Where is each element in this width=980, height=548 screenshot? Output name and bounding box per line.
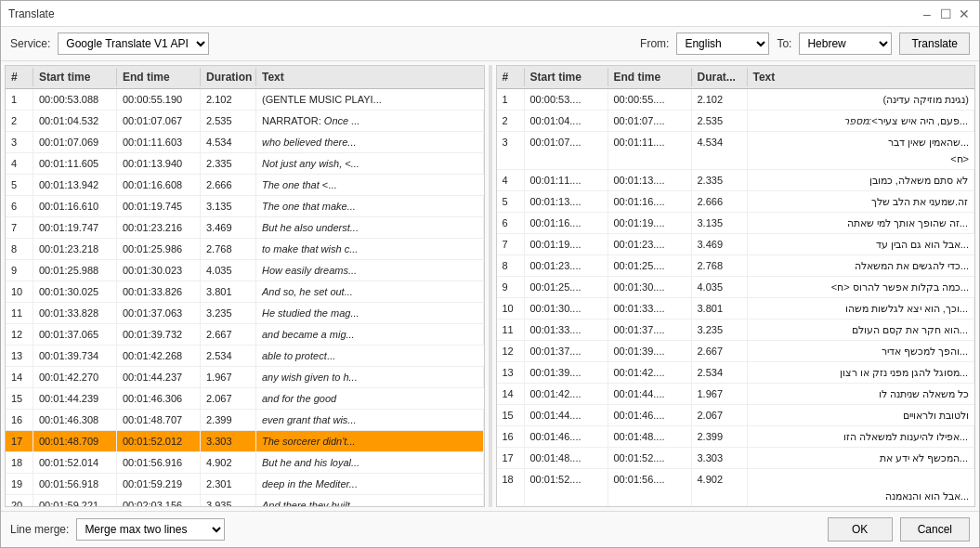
cell-dur: 2.535 [201,111,256,131]
cell-num: 15 [6,388,33,409]
cell-dur: 3.135 [201,196,256,216]
right-panel: # Start time End time Durat... Text 1 00… [496,65,976,507]
table-row[interactable]: 18 00:01:52.... 00:01:56.... 4.902 ...אב… [497,469,975,506]
table-row[interactable]: 2 00:01:04.... 00:01:07.... 2.535 ...פעם… [497,111,975,132]
left-col-num: # [6,68,33,86]
cell-dur: 1.967 [692,384,748,404]
cell-num: 13 [497,362,525,383]
minimize-button[interactable]: – [920,7,934,21]
cell-text: ...כמה בקלות אפשר להרוס <ח> [748,277,975,297]
table-row[interactable]: 14 00:01:42.270 00:01:44.237 1.967 any w… [6,367,484,388]
table-row[interactable]: 16 00:01:46.308 00:01:48.707 2.399 even … [6,410,484,431]
cell-text: ...וכך, הוא יצא לגלשות משהו [748,298,975,319]
cell-end: 00:01:30.... [608,277,692,297]
cell-start: 00:01:44.239 [33,388,117,409]
cell-start: 00:01:44.... [525,405,608,425]
table-row[interactable]: 11 00:01:33.828 00:01:37.063 3.235 He st… [6,303,484,324]
cell-start: 00:01:07.... [525,132,608,169]
table-row[interactable]: 15 00:01:44.... 00:01:46.... 2.067 ולטוב… [497,405,975,426]
table-row[interactable]: 19 00:01:56.918 00:01:59.219 2.301 deep … [6,474,484,495]
cell-text: The one that <... [256,175,484,195]
table-row[interactable]: 7 00:01:19.747 00:01:23.216 3.469 But he… [6,217,484,239]
table-row[interactable]: 3 00:01:07.069 00:01:11.603 4.534 who be… [6,132,484,153]
cell-end: 00:00:55.... [608,89,692,110]
table-row[interactable]: 6 00:01:16.... 00:01:19.... 3.135 ...זה … [497,213,975,234]
title-bar: Translate – ☐ ✕ [1,1,979,27]
cell-dur: 2.666 [201,175,256,195]
table-row[interactable]: 10 00:01:30.... 00:01:33.... 3.801 ...וכ… [497,298,975,320]
cell-dur: 3.135 [692,213,748,233]
right-col-end: End time [608,68,692,86]
table-row[interactable]: 9 00:01:25.... 00:01:30.... 4.035 ...כמה… [497,277,975,298]
cell-text: Not just any wish, <... [256,153,484,174]
cell-num: 1 [6,89,33,110]
table-row[interactable]: 1 00:00:53.... 00:00:55.... 2.102 (נגינת… [497,89,975,111]
table-row[interactable]: 13 00:01:39.734 00:01:42.268 2.534 able … [6,346,484,367]
table-row[interactable]: 10 00:01:30.025 00:01:33.826 3.801 And s… [6,281,484,303]
cell-start: 00:01:16.... [525,213,608,233]
service-label: Service: [10,37,50,50]
cell-start: 00:01:37.065 [33,324,117,345]
table-row[interactable]: 14 00:01:42.... 00:01:44.... 1.967 כל מש… [497,384,975,405]
cell-end: 00:01:33.... [608,298,692,319]
right-table-body[interactable]: 1 00:00:53.... 00:00:55.... 2.102 (נגינת… [497,89,975,506]
cell-start: 00:01:16.610 [33,196,117,216]
table-row[interactable]: 13 00:01:39.... 00:01:42.... 2.534 ...מס… [497,362,975,384]
table-row[interactable]: 8 00:01:23.... 00:01:25.... 2.768 ...כדי… [497,255,975,277]
cell-end: 00:01:23.216 [117,217,201,238]
cell-end: 00:01:33.826 [117,281,201,302]
cell-text: deep in the Mediter... [256,474,484,494]
left-table-body[interactable]: 1 00:00:53.088 00:00:55.190 2.102 (GENTL… [6,89,484,506]
from-select[interactable]: English [676,33,769,55]
table-row[interactable]: 9 00:01:25.988 00:01:30.023 4.035 How ea… [6,260,484,281]
cell-num: 15 [497,405,525,425]
cell-start: 00:01:13.942 [33,175,117,195]
table-row[interactable]: 15 00:01:44.239 00:01:46.306 2.067 and f… [6,388,484,410]
cell-dur: 3.303 [201,431,256,451]
close-button[interactable]: ✕ [957,7,972,21]
table-row[interactable]: 17 00:01:48.709 00:01:52.012 3.303 The s… [6,431,484,452]
cell-start: 00:01:39.734 [33,346,117,366]
service-select[interactable]: Google Translate V1 API [58,33,209,55]
table-row[interactable]: 3 00:01:07.... 00:01:11.... 4.534 ...שהא… [497,132,975,170]
table-row[interactable]: 8 00:01:23.218 00:01:25.986 2.768 to mak… [6,239,484,260]
table-row[interactable]: 18 00:01:52.014 00:01:56.916 4.902 But h… [6,452,484,474]
to-select[interactable]: Hebrew [799,33,892,55]
translate-button[interactable]: Translate [899,33,970,55]
cell-end: 00:01:42.... [608,362,692,383]
cell-dur: 3.469 [201,217,256,238]
cell-start: 00:01:04.532 [33,111,117,131]
cell-text: זה.שמעני את הלב שלך [748,191,975,212]
table-row[interactable]: 12 00:01:37.065 00:01:39.732 2.667 and b… [6,324,484,346]
cell-dur: 4.035 [692,277,748,297]
table-row[interactable]: 7 00:01:19.... 00:01:23.... 3.469 ...אבל… [497,234,975,255]
table-row[interactable]: 12 00:01:37.... 00:01:39.... 2.667 ...וה… [497,341,975,362]
cell-end: 00:01:25.986 [117,239,201,259]
table-row[interactable]: 6 00:01:16.610 00:01:19.745 3.135 The on… [6,196,484,217]
table-row[interactable]: 2 00:01:04.532 00:01:07.067 2.535 NARRAT… [6,111,484,132]
cell-text: ...זה שהופך אותך למי שאתה [748,213,975,233]
cell-start: 00:01:25.988 [33,260,117,281]
table-row[interactable]: 4 00:01:11.605 00:01:13.940 2.335 Not ju… [6,153,484,175]
cell-end: 00:01:13.940 [117,153,201,174]
table-row[interactable]: 20 00:01:59.221 00:02:03.156 3.935 And t… [6,495,484,506]
cell-dur: 2.534 [201,346,256,366]
cell-text: ...אפילו להיענות למשאלה הזו [748,426,975,447]
table-row[interactable]: 4 00:01:11.... 00:01:13.... 2.335 לא סתם… [497,170,975,191]
cell-text: But he also underst... [256,217,484,238]
left-table-header: # Start time End time Duration Text [6,66,484,89]
cell-start: 00:01:11.605 [33,153,117,174]
cell-num: 8 [497,255,525,276]
line-merge-select[interactable]: Merge max two lines [76,518,225,541]
cell-end: 00:01:39.... [608,341,692,361]
table-row[interactable]: 16 00:01:46.... 00:01:48.... 2.399 ...אפ… [497,426,975,448]
table-row[interactable]: 5 00:01:13.... 00:01:16.... 2.666 זה.שמע… [497,191,975,213]
table-row[interactable]: 1 00:00:53.088 00:00:55.190 2.102 (GENTL… [6,89,484,111]
ok-button[interactable]: OK [828,517,893,541]
table-row[interactable]: 17 00:01:48.... 00:01:52.... 3.303 ...המ… [497,448,975,469]
maximize-button[interactable]: ☐ [938,7,953,21]
cancel-button[interactable]: Cancel [900,517,970,541]
cell-end: 00:01:30.023 [117,260,201,281]
table-row[interactable]: 5 00:01:13.942 00:01:16.608 2.666 The on… [6,175,484,196]
table-row[interactable]: 11 00:01:33.... 00:01:37.... 3.235 ...הו… [497,320,975,341]
